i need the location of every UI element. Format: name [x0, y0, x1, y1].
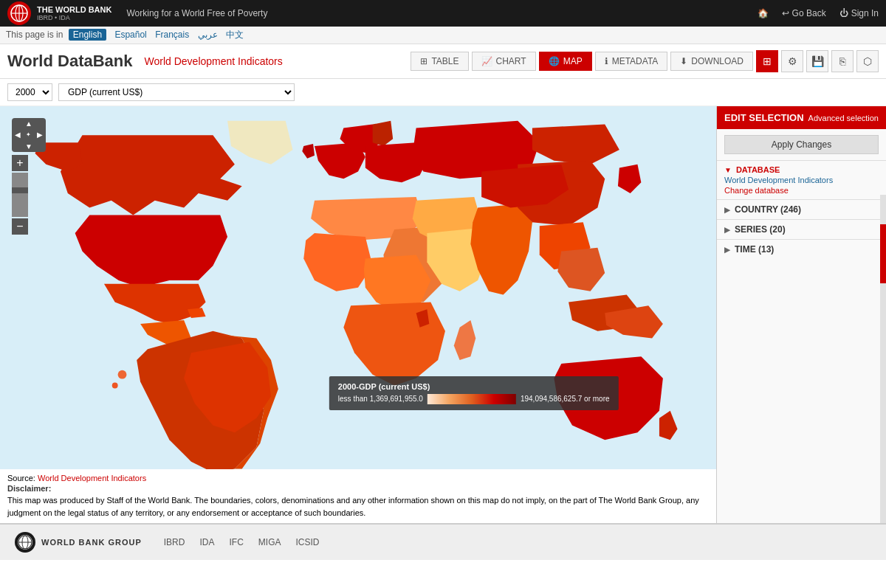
legend-min: less than 1,369,691,955.0: [338, 395, 423, 403]
controls-row: 1990 1995 2000 2005 2010 2015 2020 GDP (…: [0, 79, 886, 106]
lang-francais[interactable]: Français: [155, 30, 189, 40]
advanced-selection-link[interactable]: Advanced selection: [808, 114, 879, 122]
country-section[interactable]: ▶ COUNTRY (246): [717, 199, 886, 219]
country-section-header: ▶ COUNTRY (246): [724, 204, 879, 215]
map-icon: 🌐: [549, 56, 560, 66]
map-legend: 2000-GDP (current US$) less than 1,369,6…: [329, 376, 619, 410]
toolbar-right: ⊞ TABLE 📈 CHART 🌐 MAP ℹ METADATA ⬇ DOWNL…: [411, 50, 879, 72]
footer-miga[interactable]: MIGA: [258, 537, 281, 547]
world-map: [0, 106, 716, 469]
right-panel: EDIT SELECTION Advanced selection Apply …: [716, 106, 886, 523]
goback-link[interactable]: ↩ Go Back: [782, 8, 826, 18]
pan-down[interactable]: ▼: [25, 142, 32, 151]
footer-ifc[interactable]: IFC: [229, 537, 243, 547]
language-bar: This page is in English Español Français…: [0, 27, 886, 44]
footer-logo-circle: [15, 532, 35, 553]
lang-chinese[interactable]: 中文: [226, 30, 244, 40]
page-subtitle: World Development Indicators: [145, 55, 399, 67]
power-icon: ⏻: [839, 8, 848, 18]
save-btn[interactable]: 💾: [806, 50, 828, 72]
tab-chart[interactable]: 📈 CHART: [472, 52, 536, 71]
scroll-thumb: [880, 224, 886, 283]
apply-changes-btn[interactable]: Apply Changes: [724, 135, 879, 154]
legend-gradient: [427, 394, 516, 404]
signin-link[interactable]: ⏻ Sign In: [839, 8, 879, 18]
download-icon: ⬇: [680, 56, 687, 66]
time-section-header: ▶ TIME (13): [724, 244, 879, 255]
indicator-select[interactable]: GDP (current US$) GDP per capita Populat…: [58, 83, 295, 101]
home-link[interactable]: 🏠: [758, 8, 769, 18]
world-bank-logo: THE WORLD BANK IBRD • IDA: [7, 1, 111, 25]
home-icon: 🏠: [758, 8, 769, 18]
tab-metadata[interactable]: ℹ METADATA: [595, 52, 668, 71]
footer-ida[interactable]: IDA: [199, 537, 214, 547]
lang-espanol[interactable]: Español: [114, 30, 146, 40]
north-america: [35, 121, 293, 324]
lang-prefix: This page is in: [6, 30, 63, 40]
lang-arabic[interactable]: عربي: [198, 30, 218, 40]
top-navigation: THE WORLD BANK IBRD • IDA Working for a …: [0, 0, 886, 27]
db-arrow: ▼: [724, 166, 732, 174]
site-title: World DataBank: [7, 52, 133, 71]
settings-btn[interactable]: ⚙: [781, 50, 803, 72]
source-link[interactable]: World Development Indicators: [38, 474, 146, 482]
main-layout: ▲ ◀ ✦ ▶ ▼ + −: [0, 106, 886, 523]
page-header: World DataBank World Development Indicat…: [0, 44, 886, 79]
footer-links: IBRD IDA IFC MIGA ICSID: [164, 537, 320, 547]
series-section-header: ▶ SERIES (20): [724, 224, 879, 235]
tab-map[interactable]: 🌐 MAP: [539, 52, 592, 71]
svg-point-5: [112, 383, 118, 389]
pan-up[interactable]: ▲: [25, 120, 32, 128]
lang-english[interactable]: English: [69, 29, 106, 41]
logo-subtitle: IBRD • IDA: [37, 14, 111, 21]
db-change-link[interactable]: Change database: [724, 186, 879, 195]
nav-right: 🏠 ↩ Go Back ⏻ Sign In: [758, 8, 879, 18]
footer-logo-text: WORLD BANK GROUP: [41, 538, 142, 547]
country-arrow: ▶: [724, 206, 730, 214]
zoom-in-btn[interactable]: +: [12, 155, 28, 171]
legend-title: 2000-GDP (current US$): [338, 382, 610, 391]
pan-control[interactable]: ▲ ◀ ✦ ▶ ▼: [12, 118, 46, 152]
time-label: TIME (13): [735, 244, 774, 255]
logo-text-group: THE WORLD BANK IBRD • IDA: [37, 5, 111, 21]
copy-btn[interactable]: ⎘: [831, 50, 854, 72]
time-arrow: ▶: [724, 246, 730, 254]
footer-ibrd[interactable]: IBRD: [164, 537, 185, 547]
disclaimer-title: Disclaimer:: [7, 484, 51, 493]
year-select[interactable]: 1990 1995 2000 2005 2010 2015 2020: [7, 83, 52, 101]
pan-left[interactable]: ◀: [15, 131, 21, 139]
tab-table[interactable]: ⊞ TABLE: [411, 52, 468, 71]
table-icon: ⊞: [420, 56, 427, 66]
zoom-out-btn[interactable]: −: [12, 218, 28, 235]
logo-title: THE WORLD BANK: [37, 5, 111, 14]
time-section[interactable]: ▶ TIME (13): [717, 239, 886, 259]
disclaimer-text: This map was produced by Staff of the Wo…: [7, 496, 699, 517]
footer-logo: WORLD BANK GROUP: [15, 532, 142, 553]
database-section-header: ▼ DATABASE: [724, 165, 879, 174]
database-section[interactable]: ▼ DATABASE World Development Indicators …: [717, 160, 886, 199]
legend-bar: less than 1,369,691,955.0 194,094,586,62…: [338, 394, 610, 404]
database-label: DATABASE: [736, 165, 780, 174]
legend-max: 194,094,586,625.7 or more: [521, 395, 610, 403]
map-svg-area: ▲ ◀ ✦ ▶ ▼ + −: [0, 106, 716, 469]
series-section[interactable]: ▶ SERIES (20): [717, 219, 886, 239]
info-icon: ℹ: [605, 56, 608, 66]
zoom-handle: [12, 187, 28, 193]
grid-view-btn[interactable]: ⊞: [756, 50, 778, 72]
tab-download[interactable]: ⬇ DOWNLOAD: [670, 52, 753, 71]
map-controls: ▲ ◀ ✦ ▶ ▼ + −: [12, 118, 46, 236]
map-container: ▲ ◀ ✦ ▶ ▼ + −: [0, 106, 716, 523]
pan-right[interactable]: ▶: [37, 131, 43, 139]
country-label: COUNTRY (246): [735, 204, 801, 215]
source-area: Source: World Development Indicators Dis…: [0, 469, 716, 524]
island-1: [118, 370, 127, 379]
panel-header: EDIT SELECTION Advanced selection: [717, 106, 886, 129]
zoom-bar: [12, 173, 28, 217]
chart-icon: 📈: [481, 56, 492, 66]
share-btn[interactable]: ⬡: [856, 50, 879, 72]
tagline: Working for a World Free of Poverty: [126, 8, 757, 18]
right-scrollbar[interactable]: [880, 195, 886, 523]
footer-icsid[interactable]: ICSID: [295, 537, 319, 547]
disclaimer: Disclaimer: This map was produced by Sta…: [7, 482, 709, 519]
db-name-link[interactable]: World Development Indicators: [724, 174, 879, 186]
